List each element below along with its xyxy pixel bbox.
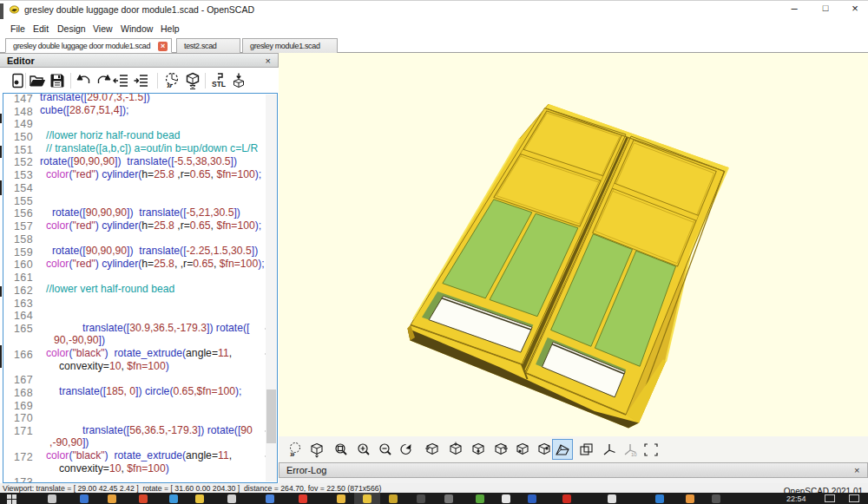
svg-text:»: »	[167, 80, 172, 89]
svg-text:STL: STL	[212, 80, 226, 88]
svg-text:»: »	[290, 449, 295, 459]
svg-text:10: 10	[631, 452, 637, 457]
